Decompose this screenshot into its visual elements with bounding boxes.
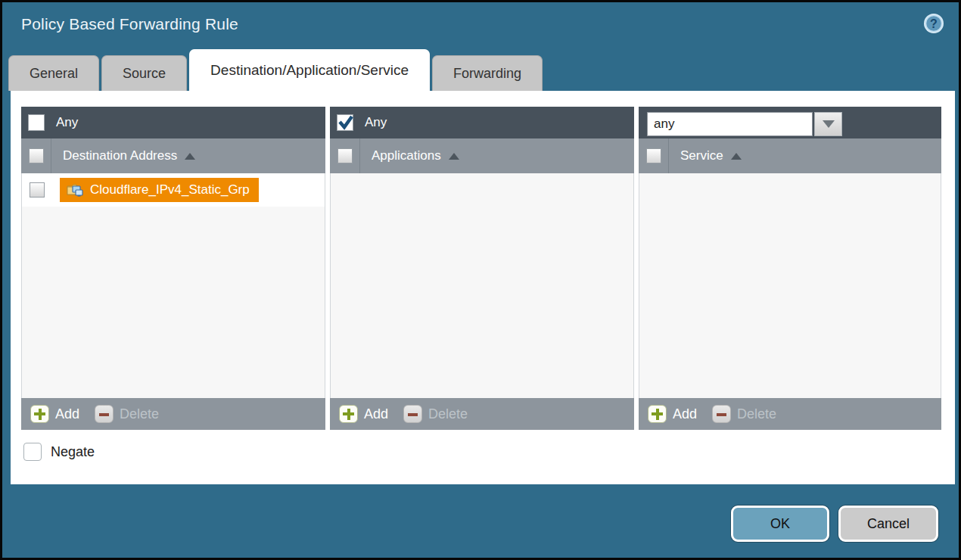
destination-actions-bar: Add Delete — [21, 398, 325, 430]
negate-checkbox[interactable] — [23, 443, 42, 461]
negate-label: Negate — [51, 444, 95, 460]
destination-any-bar: Any — [21, 107, 325, 138]
service-list — [639, 173, 941, 398]
add-button-label: Add — [364, 406, 388, 422]
destination-header-label: Destination Address — [63, 148, 177, 163]
destination-column-header[interactable]: Destination Address — [21, 138, 325, 173]
sort-ascending-icon — [731, 153, 742, 160]
applications-any-bar: Any — [330, 107, 634, 138]
applications-any-label: Any — [365, 115, 387, 130]
applications-header-label: Applications — [372, 148, 441, 163]
list-item: Cloudflare_IPv4_Static_Grp — [22, 173, 325, 207]
add-button-label: Add — [55, 406, 79, 422]
add-button-label: Add — [673, 406, 697, 422]
applications-column-header[interactable]: Applications — [330, 138, 634, 173]
header-separator — [668, 138, 669, 173]
service-dropdown-value[interactable]: any — [647, 112, 813, 136]
delete-button-label: Delete — [120, 406, 159, 422]
destination-list: Cloudflare_IPv4_Static_Grp — [21, 173, 325, 398]
sort-ascending-icon — [449, 153, 459, 160]
dialog-title: Policy Based Forwarding Rule — [21, 15, 238, 33]
add-plus-icon — [30, 405, 49, 423]
destination-delete-button[interactable]: Delete — [95, 405, 159, 423]
service-selectall-checkbox[interactable] — [646, 148, 661, 163]
destination-address-panel: Any Destination Address — [21, 107, 325, 430]
chevron-down-icon — [823, 120, 835, 128]
service-panel: any Service Add — [639, 107, 941, 430]
applications-actions-bar: Add Delete — [330, 398, 634, 430]
help-icon[interactable]: ? — [923, 13, 944, 34]
destination-any-checkbox[interactable] — [28, 114, 45, 131]
svg-text:?: ? — [930, 17, 938, 30]
applications-panel: Any Applications Add Delete — [330, 107, 634, 430]
tab-source[interactable]: Source — [101, 55, 187, 91]
delete-button-label: Delete — [737, 406, 776, 422]
applications-add-button[interactable]: Add — [339, 405, 403, 423]
applications-selectall-checkbox[interactable] — [337, 148, 353, 163]
service-header-label: Service — [680, 148, 723, 163]
delete-minus-icon — [712, 405, 731, 423]
add-plus-icon — [339, 405, 358, 423]
tab-forwarding[interactable]: Forwarding — [432, 55, 543, 91]
tab-destination-application-service[interactable]: Destination/Application/Service — [189, 49, 430, 91]
service-column-header[interactable]: Service — [639, 138, 941, 173]
delete-minus-icon — [403, 405, 422, 423]
cancel-button[interactable]: Cancel — [838, 506, 938, 542]
policy-based-forwarding-dialog: Policy Based Forwarding Rule ? General S… — [0, 0, 961, 560]
header-separator — [51, 138, 51, 173]
destination-any-label: Any — [56, 115, 78, 130]
destination-add-button[interactable]: Add — [30, 405, 95, 423]
delete-button-label: Delete — [428, 406, 468, 422]
negate-checkbox-row[interactable]: Negate — [23, 443, 95, 461]
service-dropdown-button[interactable] — [814, 112, 842, 136]
tab-general[interactable]: General — [8, 55, 99, 91]
sort-ascending-icon — [185, 153, 195, 160]
applications-delete-button[interactable]: Delete — [403, 405, 468, 423]
applications-list — [330, 173, 634, 398]
add-plus-icon — [648, 405, 667, 423]
applications-any-checkbox[interactable] — [337, 114, 353, 131]
destination-address-item[interactable]: Cloudflare_IPv4_Static_Grp — [60, 178, 259, 202]
checkmark-icon — [337, 113, 355, 131]
service-delete-button[interactable]: Delete — [712, 405, 776, 423]
ok-button[interactable]: OK — [731, 506, 829, 542]
row-checkbox[interactable] — [30, 182, 45, 198]
address-group-icon — [67, 183, 83, 197]
service-dropdown-bar: any — [639, 107, 941, 138]
tab-bar: General Source Destination/Application/S… — [8, 49, 545, 91]
tab-content: Any Destination Address — [11, 91, 955, 484]
service-actions-bar: Add Delete — [639, 398, 941, 430]
delete-minus-icon — [95, 405, 114, 423]
service-dropdown: any — [647, 112, 842, 136]
destination-item-label: Cloudflare_IPv4_Static_Grp — [90, 182, 250, 198]
header-separator — [359, 138, 360, 173]
service-add-button[interactable]: Add — [648, 405, 712, 423]
destination-selectall-checkbox[interactable] — [29, 148, 44, 163]
